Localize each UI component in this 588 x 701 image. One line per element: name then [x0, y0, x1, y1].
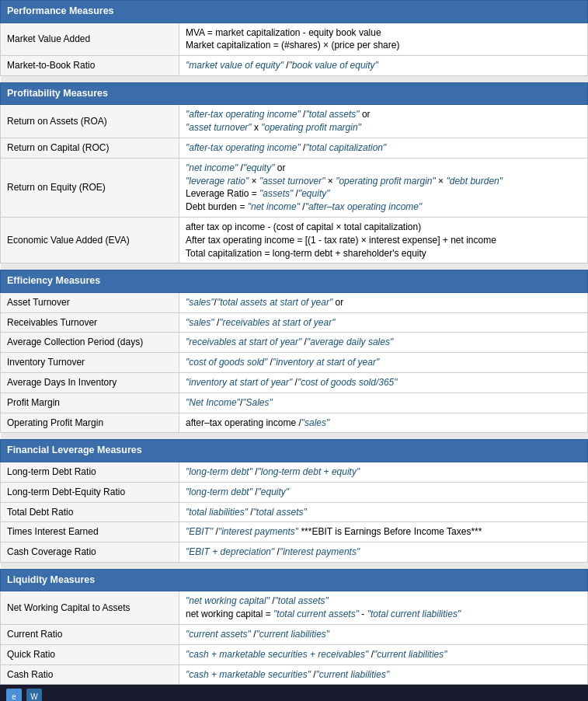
table-row: Cash Ratio"cash + marketable securities"…: [1, 664, 588, 685]
table-row: Profit Margin"Net Income"/"Sales": [1, 392, 588, 413]
row-value-line: After tax operating income = [(1 - tax r…: [186, 235, 496, 246]
main-container: Performance MeasuresMarket Value AddedMV…: [0, 0, 588, 685]
row-value: "net income" /"equity" or"leverage ratio…: [179, 158, 588, 217]
row-label: Cash Coverage Ratio: [1, 542, 179, 563]
section-header-4: Liquidity Measures: [1, 569, 588, 591]
row-value-line: "net working capital" /"total assets": [186, 595, 329, 606]
row-value-line: "after-tax operating income" /"total cap…: [186, 142, 386, 153]
row-label: Economic Value Added (EVA): [1, 217, 179, 263]
table-row: Inventory Turnover"cost of goods sold" /…: [1, 353, 588, 373]
row-value-line: Total capitalization = long-term debt + …: [186, 248, 426, 259]
row-label: Asset Turnover: [1, 292, 179, 312]
row-value-line: "inventory at start of year" /"cost of g…: [186, 377, 398, 388]
row-value: "current assets" /"current liabilities": [179, 625, 588, 645]
row-value: "net working capital" /"total assets"net…: [179, 591, 588, 625]
section-header-text-2: Efficiency Measures: [1, 270, 588, 293]
row-value: "cash + marketable securities" /"current…: [179, 664, 588, 685]
taskbar-icon-1-label: e: [12, 692, 16, 701]
row-value-line: Market capitalization = (#shares) × (pri…: [186, 40, 399, 51]
row-label: Times Interest Earned: [1, 522, 179, 542]
row-label: Receivables Turnover: [1, 312, 179, 333]
row-label: Net Working Capital to Assets: [1, 591, 179, 625]
row-value: "Net Income"/"Sales": [179, 392, 588, 413]
row-value: "market value of equity" /"book value of…: [179, 56, 588, 76]
table-row: Average Days In Inventory"inventory at s…: [1, 373, 588, 393]
table-row: Cash Coverage Ratio"EBIT + depreciation"…: [1, 542, 588, 563]
section-header-text-0: Performance Measures: [1, 1, 588, 23]
row-value-line: net working capital = "total current ass…: [186, 609, 461, 619]
row-value-line: "long-term debt" /"equity": [186, 487, 289, 497]
row-value: "EBIT" /"interest payments" ***EBIT is E…: [179, 522, 588, 542]
row-value-line: "cash + marketable securities + receivab…: [186, 649, 447, 660]
row-label: Cash Ratio: [1, 664, 179, 685]
table-row: Total Debt Ratio"total liabilities" /"to…: [1, 502, 588, 522]
row-value: "cash + marketable securities + receivab…: [179, 644, 588, 664]
section-header-1: Profitability Measures: [1, 82, 588, 105]
row-value: "receivables at start of year" /"average…: [179, 333, 588, 353]
row-label: Inventory Turnover: [1, 353, 179, 373]
row-label: Return on Equity (ROE): [1, 158, 179, 217]
row-label: Total Debt Ratio: [1, 502, 179, 522]
row-value-line: "EBIT" /"interest payments" ***EBIT is E…: [186, 526, 482, 537]
row-label: Operating Profit Margin: [1, 413, 179, 433]
row-value: "long-term debt" /"long-term debt + equi…: [179, 462, 588, 482]
row-label: Current Ratio: [1, 625, 179, 645]
table-row: Return on Capital (ROC)"after-tax operat…: [1, 138, 588, 158]
section-header-3: Financial Leverage Measures: [1, 440, 588, 462]
table-row: Market-to-Book Ratio"market value of equ…: [1, 56, 588, 76]
row-value: "cost of goods sold" /"inventory at star…: [179, 353, 588, 373]
table-row: Current Ratio"current assets" /"current …: [1, 625, 588, 645]
table-row: Long-term Debt-Equity Ratio"long-term de…: [1, 482, 588, 502]
row-value-line: "receivables at start of year" /"average…: [186, 337, 393, 347]
row-value-line: MVA = market capitalization - equity boo…: [186, 27, 381, 38]
row-value: "after-tax operating income" /"total cap…: [179, 138, 588, 158]
row-label: Average Days In Inventory: [1, 373, 179, 393]
row-label: Market Value Added: [1, 23, 179, 56]
row-value: "EBIT + depreciation" /"interest payment…: [179, 542, 588, 563]
row-value: "sales"/"total assets at start of year" …: [179, 292, 588, 312]
row-value-line: "sales"/"total assets at start of year" …: [186, 297, 343, 308]
section-header-2: Efficiency Measures: [1, 270, 588, 293]
taskbar: e W: [0, 685, 588, 701]
row-value: "long-term debt" /"equity": [179, 482, 588, 502]
section-header-0: Performance Measures: [1, 1, 588, 23]
table-row: Receivables Turnover"sales" /"receivable…: [1, 312, 588, 333]
row-value-line: "long-term debt" /"long-term debt + equi…: [186, 466, 360, 477]
row-value-line: "market value of equity" /"book value of…: [186, 60, 378, 71]
table-row: Quick Ratio"cash + marketable securities…: [1, 644, 588, 664]
taskbar-icon-1[interactable]: e: [6, 689, 22, 701]
row-value-line: "total liabilities" /"total assets": [186, 507, 307, 518]
table-row: Average Collection Period (days)"receiva…: [1, 333, 588, 353]
row-value-line: "EBIT + depreciation" /"interest payment…: [186, 546, 360, 557]
row-value-line: "asset turnover" x "operating profit mar…: [186, 122, 361, 133]
row-value-line: "Net Income"/"Sales": [186, 397, 273, 408]
taskbar-icon-2[interactable]: W: [26, 689, 42, 701]
row-label: Long-term Debt Ratio: [1, 462, 179, 482]
row-value: after tax op income - (cost of capital ×…: [179, 217, 588, 263]
row-label: Return on Capital (ROC): [1, 138, 179, 158]
row-value: "sales" /"receivables at start of year": [179, 312, 588, 333]
table-row: Long-term Debt Ratio"long-term debt" /"l…: [1, 462, 588, 482]
financial-table: Performance MeasuresMarket Value AddedMV…: [0, 0, 588, 685]
table-row: Return on Assets (ROA)"after-tax operati…: [1, 105, 588, 138]
row-value-line: after–tax operating income /"sales": [186, 417, 329, 428]
row-value-line: "cash + marketable securities" /"current…: [186, 669, 389, 680]
table-row: Market Value AddedMVA = market capitaliz…: [1, 23, 588, 56]
table-row: Times Interest Earned"EBIT" /"interest p…: [1, 522, 588, 542]
row-value-line: "sales" /"receivables at start of year": [186, 317, 335, 328]
table-row: Asset Turnover"sales"/"total assets at s…: [1, 292, 588, 312]
table-row: Return on Equity (ROE)"net income" /"equ…: [1, 158, 588, 217]
section-header-text-4: Liquidity Measures: [1, 569, 588, 591]
section-header-text-1: Profitability Measures: [1, 82, 588, 105]
row-label: Average Collection Period (days): [1, 333, 179, 353]
row-value-line: "net income" /"equity" or: [186, 162, 285, 173]
row-value-line: "leverage ratio" × "asset turnover" × "o…: [186, 176, 503, 187]
row-value: "after-tax operating income" /"total ass…: [179, 105, 588, 138]
row-value-line: "after-tax operating income" /"total ass…: [186, 109, 371, 120]
row-value: "inventory at start of year" /"cost of g…: [179, 373, 588, 393]
row-value-line: Debt burden = "net income" /"after–tax o…: [186, 201, 422, 212]
row-label: Long-term Debt-Equity Ratio: [1, 482, 179, 502]
row-value-line: "current assets" /"current liabilities": [186, 629, 329, 640]
row-value-line: "cost of goods sold" /"inventory at star…: [186, 357, 379, 368]
row-label: Market-to-Book Ratio: [1, 56, 179, 76]
